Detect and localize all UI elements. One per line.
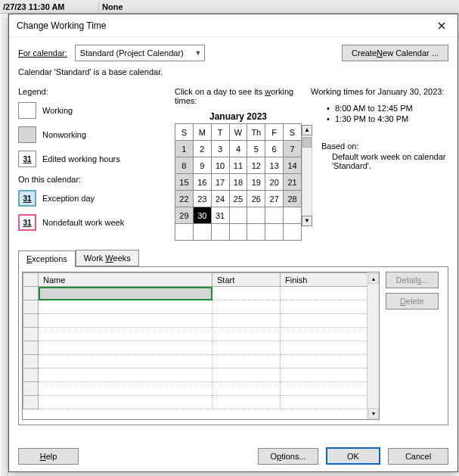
table-row[interactable] [23, 287, 379, 300]
calendar-day[interactable]: 29 [175, 207, 194, 224]
exceptions-grid[interactable]: Name Start Finish ▴ ▾ [22, 272, 380, 420]
cell-finish[interactable] [281, 341, 379, 355]
calendar-day[interactable]: 11 [229, 157, 247, 174]
calendar-scroll-down[interactable]: ▼ [302, 216, 312, 226]
cell-finish[interactable] [281, 287, 379, 300]
calendar-day[interactable]: 23 [193, 191, 211, 207]
calendar-day[interactable]: 4 [229, 141, 247, 157]
table-row[interactable] [23, 369, 379, 382]
cell-start[interactable] [212, 314, 281, 328]
calendar-day[interactable]: 8 [175, 157, 194, 174]
table-row[interactable] [23, 382, 379, 396]
row-handle[interactable] [23, 300, 39, 314]
row-handle[interactable] [23, 314, 39, 328]
calendar-day[interactable]: 22 [175, 191, 194, 207]
row-handle[interactable] [23, 369, 39, 382]
calendar-day[interactable]: 6 [265, 141, 284, 157]
calendar-day[interactable]: 17 [211, 174, 229, 191]
calendar-day[interactable]: 9 [193, 157, 211, 174]
calendar-day[interactable]: 7 [284, 141, 302, 157]
cell-finish[interactable] [281, 300, 379, 314]
bg-col2: None [98, 2, 280, 11]
cancel-button[interactable]: Cancel [388, 448, 448, 465]
calendar-scroll-up[interactable]: ▲ [302, 125, 312, 135]
row-handle[interactable] [23, 382, 39, 396]
cell-name[interactable] [39, 369, 212, 382]
table-row[interactable] [23, 300, 379, 314]
cell-start[interactable] [212, 341, 281, 355]
row-handle[interactable] [23, 355, 39, 369]
grid-corner [23, 273, 39, 287]
tab-work-weeks[interactable]: Work Weeks [76, 250, 139, 266]
calendar-day[interactable]: 18 [229, 174, 247, 191]
cell-finish[interactable] [281, 314, 379, 328]
calendar-day[interactable]: 19 [247, 174, 265, 191]
tab-exceptions[interactable]: Exceptions [18, 250, 76, 267]
calendar-day[interactable]: 20 [265, 174, 284, 191]
grid-scrollbar[interactable]: ▴ ▾ [367, 272, 379, 419]
col-start[interactable]: Start [212, 273, 281, 287]
calendar-day[interactable]: 15 [175, 174, 194, 191]
table-row[interactable] [23, 396, 379, 409]
cell-finish[interactable] [281, 355, 379, 369]
calendar-day[interactable]: 12 [247, 157, 265, 174]
row-handle[interactable] [23, 396, 39, 409]
calendar-day[interactable]: 28 [284, 191, 302, 207]
calendar-day[interactable]: 24 [211, 191, 229, 207]
calendar-scroll-thumb[interactable] [302, 137, 312, 148]
calendar-day[interactable]: 26 [247, 191, 265, 207]
create-new-calendar-button[interactable]: Create New Calendar ... [342, 45, 448, 61]
cell-start[interactable] [212, 382, 281, 396]
calendar-day[interactable]: 10 [211, 157, 229, 174]
calendar-day[interactable]: 30 [193, 207, 211, 224]
calendar-day[interactable]: 14 [284, 157, 302, 174]
details-button[interactable]: Details... [386, 272, 439, 288]
row-handle[interactable] [23, 287, 39, 300]
cell-name[interactable] [39, 328, 212, 341]
cell-name[interactable] [39, 396, 212, 409]
cell-name[interactable] [39, 314, 212, 328]
calendar-day[interactable]: 31 [211, 207, 229, 224]
cell-finish[interactable] [281, 369, 379, 382]
calendar-day[interactable]: 13 [265, 157, 284, 174]
ok-button[interactable]: OK [326, 447, 380, 465]
help-button[interactable]: Help [18, 448, 79, 465]
cell-finish[interactable] [281, 328, 379, 341]
cell-start[interactable] [212, 300, 281, 314]
calendar-combo[interactable]: Standard (Project Calendar) ▼ [75, 45, 206, 61]
cell-name[interactable] [39, 341, 212, 355]
cell-start[interactable] [212, 287, 281, 300]
cell-finish[interactable] [281, 382, 379, 396]
calendar-grid[interactable]: SMTWThFS 1234567891011121314151617181920… [175, 123, 302, 241]
col-finish[interactable]: Finish [281, 273, 379, 287]
calendar-day[interactable]: 16 [193, 174, 211, 191]
calendar-day[interactable]: 3 [211, 141, 229, 157]
cell-start[interactable] [212, 328, 281, 341]
cell-finish[interactable] [281, 396, 379, 409]
calendar-day[interactable]: 27 [265, 191, 284, 207]
scroll-up-icon[interactable]: ▴ [368, 273, 379, 284]
cell-start[interactable] [212, 355, 281, 369]
calendar-day[interactable]: 25 [229, 191, 247, 207]
cell-start[interactable] [212, 396, 281, 409]
options-button[interactable]: Options... [258, 448, 318, 465]
scroll-down-icon[interactable]: ▾ [368, 408, 379, 418]
cell-name[interactable] [39, 382, 212, 396]
cell-start[interactable] [212, 369, 281, 382]
calendar-day[interactable]: 21 [284, 174, 302, 191]
cell-name[interactable] [39, 355, 212, 369]
col-name[interactable]: Name [39, 273, 212, 287]
close-button[interactable] [426, 14, 457, 37]
calendar-day[interactable]: 2 [193, 141, 211, 157]
cell-name[interactable] [39, 300, 212, 314]
calendar-day[interactable]: 5 [247, 141, 265, 157]
row-handle[interactable] [23, 341, 39, 355]
table-row[interactable] [23, 328, 379, 341]
delete-button[interactable]: Delete [386, 293, 439, 310]
row-handle[interactable] [23, 328, 39, 341]
table-row[interactable] [23, 341, 379, 355]
calendar-day[interactable]: 1 [175, 141, 194, 157]
cell-name[interactable] [39, 287, 212, 300]
table-row[interactable] [23, 355, 379, 369]
table-row[interactable] [23, 314, 379, 328]
